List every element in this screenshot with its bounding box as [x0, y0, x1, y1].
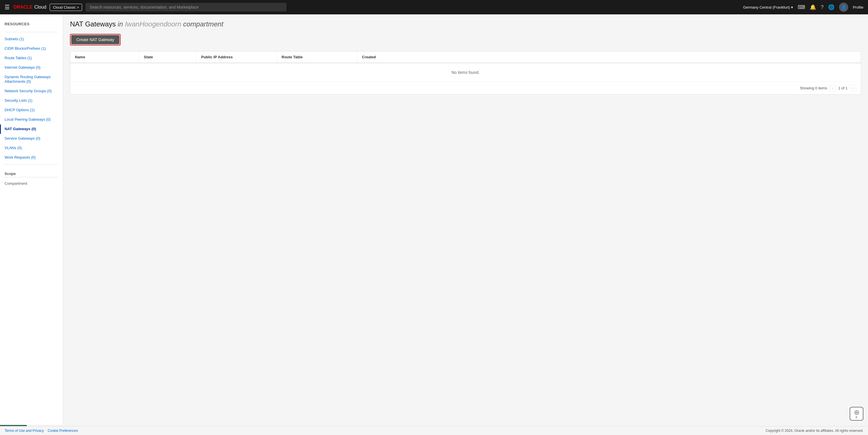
- language-globe-icon[interactable]: 🌐: [828, 4, 834, 10]
- help-widget-grid-icon: ⠿: [856, 416, 858, 419]
- main-layout: Resources Subnets (1) CIDR Blocks/Prefix…: [0, 14, 868, 425]
- hamburger-menu-icon[interactable]: ☰: [5, 4, 10, 11]
- page-title-nat-gateways: NAT Gateways: [70, 20, 116, 28]
- create-nat-gateway-button[interactable]: Create NAT Gateway: [71, 35, 119, 44]
- sidebar-item-local-peering-gateways[interactable]: Local Peering Gateways (0): [0, 115, 63, 124]
- page-title-suffix: compartment: [183, 20, 223, 28]
- page-title-compartment-name: IwanHoogendoorn: [125, 20, 181, 28]
- region-dropdown-icon: ▾: [791, 5, 793, 9]
- table-empty-message: No items found.: [70, 63, 861, 82]
- sidebar-item-drg-attachments[interactable]: Dynamic Routing Gateways Attachments (0): [0, 72, 63, 87]
- region-selector[interactable]: Germany Central (Frankfurt) ▾: [743, 5, 793, 9]
- scope-title: Scope: [0, 167, 63, 177]
- oracle-text: ORACLE: [13, 5, 33, 10]
- sidebar-item-security-lists[interactable]: Security Lists (1): [0, 96, 63, 106]
- cloud-classic-label: Cloud Classic >: [53, 5, 79, 9]
- column-header-public-ip: Public IP Address: [197, 52, 277, 63]
- pagination-prev-button[interactable]: ‹: [830, 85, 836, 91]
- nav-right-section: Germany Central (Frankfurt) ▾ ⌨ 🔔 ? 🌐 👤 …: [743, 3, 863, 12]
- sidebar-item-service-gateways[interactable]: Service Gateways (0): [0, 134, 63, 143]
- code-icon[interactable]: ⌨: [798, 4, 805, 10]
- page-title: NAT Gateways in IwanHoogendoorn compartm…: [70, 20, 861, 28]
- sidebar-item-work-requests[interactable]: Work Requests (0): [0, 153, 63, 162]
- table-footer: Showing 0 items ‹ 1 of 1 ›: [70, 82, 861, 94]
- oracle-logo: ORACLE Cloud: [13, 5, 46, 10]
- column-header-created: Created: [358, 52, 861, 63]
- region-label: Germany Central (Frankfurt): [743, 5, 790, 9]
- sidebar-divider-scope: [5, 164, 58, 165]
- sidebar-item-route-tables[interactable]: Route Tables (1): [0, 53, 63, 63]
- search-input[interactable]: [86, 3, 286, 11]
- sidebar-item-subnets[interactable]: Subnets (1): [0, 34, 63, 44]
- sidebar-item-nat-gateways[interactable]: NAT Gateways (0): [0, 124, 63, 134]
- sidebar-item-cidr-blocks[interactable]: CIDR Blocks/Prefixes (1): [0, 44, 63, 53]
- page-title-in: in: [118, 20, 123, 28]
- sidebar-item-internet-gateways[interactable]: Internet Gateways (0): [0, 63, 63, 72]
- pagination-info: 1 of 1: [838, 86, 848, 90]
- sidebar: Resources Subnets (1) CIDR Blocks/Prefix…: [0, 14, 63, 425]
- table-body: No items found.: [70, 63, 861, 82]
- create-nat-gateway-wrapper: Create NAT Gateway: [70, 34, 121, 46]
- column-header-route-table: Route Table: [277, 52, 358, 63]
- sidebar-scope-divider: [5, 177, 58, 177]
- help-widget[interactable]: ◎ ⠿: [849, 407, 863, 420]
- top-navigation: ☰ ORACLE Cloud Cloud Classic > Germany C…: [0, 0, 868, 14]
- showing-items-label: Showing 0 items: [800, 86, 827, 90]
- profile-label[interactable]: Profile: [853, 5, 863, 9]
- table-header: Name State Public IP Address Route Table…: [70, 52, 861, 63]
- sidebar-item-network-security-groups[interactable]: Network Security Groups (0): [0, 86, 63, 96]
- column-header-name: Name: [70, 52, 139, 63]
- notification-bell-icon[interactable]: 🔔: [810, 4, 816, 10]
- cloud-classic-button[interactable]: Cloud Classic >: [50, 4, 82, 11]
- cloud-text: Cloud: [34, 5, 46, 10]
- nat-gateways-table: Name State Public IP Address Route Table…: [70, 51, 861, 94]
- resources-section-title: Resources: [0, 20, 63, 30]
- pagination-next-button[interactable]: ›: [850, 85, 856, 91]
- profile-avatar[interactable]: 👤: [839, 3, 848, 12]
- sidebar-item-dhcp-options[interactable]: DHCP Options (1): [0, 106, 63, 115]
- help-widget-icon: ◎: [854, 409, 859, 415]
- column-header-state: State: [139, 52, 197, 63]
- scope-compartment: Compartment: [0, 180, 63, 187]
- help-question-icon[interactable]: ?: [820, 4, 824, 10]
- main-content: NAT Gateways in IwanHoogendoorn compartm…: [63, 14, 868, 425]
- sidebar-item-vlans[interactable]: VLANs (0): [0, 143, 63, 153]
